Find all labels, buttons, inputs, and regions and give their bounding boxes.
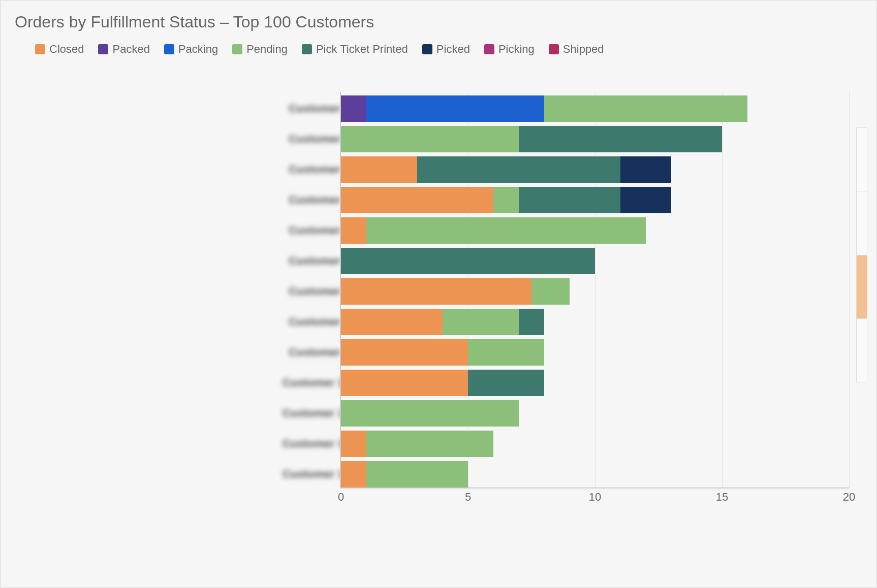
bar-row[interactable]	[341, 370, 849, 396]
legend-swatch	[164, 44, 174, 54]
bar-segment[interactable]	[519, 126, 722, 152]
legend-item[interactable]: Packed	[98, 43, 149, 56]
legend-label: Picking	[498, 43, 535, 56]
legend-item[interactable]: Picking	[484, 43, 535, 56]
scroll-rail-thumb[interactable]	[857, 255, 867, 319]
bar-segment[interactable]	[519, 309, 544, 335]
bar-segment[interactable]	[468, 339, 544, 366]
legend-label: Pending	[246, 43, 288, 56]
x-tick-label: 0	[338, 491, 344, 504]
x-tick-label: 10	[589, 491, 601, 504]
bar-segment[interactable]	[620, 156, 671, 183]
chart-title: Orders by Fulfillment Status – Top 100 C…	[15, 13, 862, 31]
bar-segment[interactable]	[519, 187, 620, 213]
bar-segment[interactable]	[341, 248, 595, 274]
bar-segment[interactable]	[341, 217, 366, 244]
bar-segment[interactable]	[366, 431, 493, 457]
legend-item[interactable]: Closed	[35, 43, 84, 56]
bar-row[interactable]	[341, 126, 849, 152]
bar-segment[interactable]	[493, 187, 519, 213]
bar-segment[interactable]	[341, 156, 417, 183]
bar-segment[interactable]	[341, 126, 519, 152]
bar-segment[interactable]	[366, 95, 544, 122]
bar-segment[interactable]	[531, 278, 570, 305]
bar-segment[interactable]	[341, 278, 531, 305]
legend-label: Closed	[49, 43, 84, 56]
legend-item[interactable]: Pick Ticket Printed	[302, 43, 408, 56]
bar-segment[interactable]	[341, 95, 366, 122]
legend-swatch	[232, 44, 242, 54]
bar-row[interactable]	[341, 95, 849, 122]
bars-container	[341, 91, 849, 487]
scroll-rail-up[interactable]	[857, 128, 867, 191]
legend-label: Packed	[112, 43, 149, 56]
legend-swatch	[549, 44, 559, 54]
bar-row[interactable]	[341, 431, 849, 457]
chart-widget: Orders by Fulfillment Status – Top 100 C…	[0, 0, 877, 588]
bar-segment[interactable]	[366, 461, 468, 487]
bar-segment[interactable]	[341, 461, 366, 487]
legend-label: Pick Ticket Printed	[316, 43, 408, 56]
legend: ClosedPackedPackingPendingPick Ticket Pr…	[35, 43, 862, 56]
legend-item[interactable]: Packing	[164, 43, 218, 56]
legend-swatch	[302, 44, 312, 54]
bar-row[interactable]	[341, 400, 849, 427]
bar-segment[interactable]	[417, 156, 620, 183]
bar-segment[interactable]	[341, 187, 493, 213]
legend-swatch	[422, 44, 432, 54]
gridline	[849, 91, 850, 487]
bar-segment[interactable]	[366, 217, 646, 244]
x-tick-label: 15	[716, 491, 728, 504]
plot-area: Customer 1Customer 2Customer 3Customer 4…	[340, 91, 862, 508]
bar-row[interactable]	[341, 278, 849, 305]
bar-row[interactable]	[341, 461, 849, 487]
bar-row[interactable]	[341, 187, 849, 213]
scroll-rail[interactable]	[856, 127, 867, 382]
legend-label: Shipped	[563, 43, 604, 56]
bar-segment[interactable]	[341, 431, 366, 457]
bar-segment[interactable]	[341, 339, 468, 366]
bar-segment[interactable]	[341, 309, 443, 335]
legend-label: Packing	[178, 43, 218, 56]
legend-item[interactable]: Pending	[232, 43, 288, 56]
legend-item[interactable]: Shipped	[549, 43, 604, 56]
legend-label: Picked	[436, 43, 470, 56]
bar-segment[interactable]	[443, 309, 519, 335]
x-tick-label: 5	[465, 491, 471, 504]
legend-swatch	[35, 44, 45, 54]
legend-swatch	[98, 44, 108, 54]
bar-row[interactable]	[341, 309, 849, 335]
bar-row[interactable]	[341, 217, 849, 244]
legend-item[interactable]: Picked	[422, 43, 470, 56]
bar-segment[interactable]	[341, 400, 519, 427]
x-axis-ticks: 05101520	[341, 491, 849, 506]
x-tick-label: 20	[843, 491, 855, 504]
bar-segment[interactable]	[620, 187, 671, 213]
scroll-rail-down[interactable]	[857, 319, 867, 382]
bar-segment[interactable]	[341, 370, 468, 396]
bar-segment[interactable]	[544, 95, 747, 122]
bar-row[interactable]	[341, 248, 849, 274]
legend-swatch	[484, 44, 494, 54]
scroll-rail-track[interactable]	[857, 191, 867, 255]
plot-inner: 05101520	[340, 91, 849, 488]
bar-row[interactable]	[341, 339, 849, 366]
bar-segment[interactable]	[468, 370, 544, 396]
bar-row[interactable]	[341, 156, 849, 183]
